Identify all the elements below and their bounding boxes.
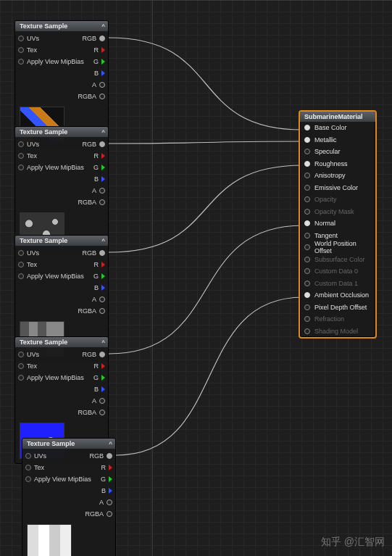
collapse-icon[interactable]: ^ — [101, 23, 105, 30]
output-pin-r[interactable] — [101, 262, 105, 267]
input-pin-tex[interactable] — [18, 153, 24, 159]
output-pin-a[interactable] — [99, 398, 105, 404]
result-input-pin[interactable] — [304, 316, 310, 322]
node-header[interactable]: Texture Sample ^ — [22, 439, 115, 449]
wire[interactable] — [109, 38, 303, 130]
output-pin-rgb[interactable] — [99, 36, 105, 41]
result-input-pin[interactable] — [304, 304, 310, 310]
result-pin-row[interactable]: Custom Data 0 — [300, 265, 375, 278]
output-pin-g[interactable] — [101, 273, 105, 279]
result-input-pin[interactable] — [304, 149, 310, 154]
result-input-pin[interactable] — [304, 244, 310, 250]
material-result-node[interactable]: SubmarineMaterial Base Color Metallic Sp… — [299, 110, 377, 339]
output-pin-b[interactable] — [101, 176, 105, 182]
output-pin-rgb[interactable] — [99, 250, 105, 256]
texture-sample-node[interactable]: Texture Sample ^ UVs RGB Tex R Apply Vie… — [22, 438, 116, 556]
result-input-pin[interactable] — [304, 161, 310, 167]
input-pin-uvs[interactable] — [18, 141, 24, 147]
node-header[interactable]: Texture Sample ^ — [15, 21, 108, 31]
result-pin-row[interactable]: Normal — [300, 217, 375, 230]
result-input-pin[interactable] — [304, 268, 310, 274]
output-pin-r[interactable] — [101, 153, 105, 159]
result-pin-row[interactable]: Refraction — [300, 313, 375, 325]
collapse-icon[interactable]: ^ — [109, 441, 112, 447]
result-pin-row[interactable]: Specular — [300, 146, 375, 158]
result-input-pin[interactable] — [304, 233, 310, 238]
result-node-title[interactable]: SubmarineMaterial — [300, 112, 375, 122]
result-pin-row[interactable]: Opacity — [300, 194, 375, 206]
result-input-pin[interactable] — [304, 196, 310, 202]
result-input-pin[interactable] — [304, 125, 310, 130]
output-pin-r[interactable] — [101, 47, 105, 53]
output-pin-g[interactable] — [109, 476, 112, 482]
output-pin-g[interactable] — [101, 375, 105, 381]
output-pin-a[interactable] — [99, 188, 105, 194]
result-pin-row[interactable]: Shading Model — [300, 325, 375, 338]
input-pin-tex[interactable] — [18, 262, 24, 267]
result-input-pin[interactable] — [304, 281, 310, 286]
result-pin-row[interactable]: Base Color — [300, 122, 375, 134]
wire[interactable] — [116, 297, 303, 455]
output-pin-a[interactable] — [99, 82, 105, 88]
wire[interactable] — [109, 165, 303, 252]
input-pin-mip[interactable] — [25, 476, 31, 482]
result-input-pin[interactable] — [304, 185, 310, 191]
output-pin-b[interactable] — [101, 285, 105, 291]
result-pin-row[interactable]: Roughness — [300, 158, 375, 170]
result-pin-row[interactable]: Metallic — [300, 134, 375, 146]
output-pin-g[interactable] — [101, 165, 105, 170]
input-pin-tex[interactable] — [18, 47, 24, 53]
result-pin-row[interactable]: Anisotropy — [300, 170, 375, 182]
result-pin-row[interactable]: Emissive Color — [300, 182, 375, 194]
input-pin-uvs[interactable] — [25, 453, 31, 459]
output-pin-r[interactable] — [101, 363, 105, 369]
result-input-pin[interactable] — [304, 257, 310, 262]
output-pin-rgba[interactable] — [107, 511, 112, 517]
result-input-pin[interactable] — [304, 209, 310, 215]
wire[interactable] — [109, 225, 303, 354]
result-pin-row[interactable]: Custom Data 1 — [300, 278, 375, 290]
output-pin-rgba[interactable] — [99, 308, 105, 314]
result-pin-row[interactable]: Subsurface Color — [300, 254, 375, 266]
output-pin-rgb[interactable] — [99, 141, 105, 147]
texture-preview[interactable] — [27, 524, 72, 556]
wire[interactable] — [109, 141, 303, 144]
result-input-pin[interactable] — [304, 137, 310, 143]
node-header[interactable]: Texture Sample ^ — [15, 127, 108, 137]
input-pin-mip[interactable] — [18, 59, 24, 65]
result-input-pin[interactable] — [304, 328, 310, 334]
input-pin-mip[interactable] — [18, 273, 24, 279]
result-input-pin[interactable] — [304, 292, 310, 298]
output-label: G — [93, 58, 99, 65]
output-pin-b[interactable] — [101, 70, 105, 76]
result-input-pin[interactable] — [304, 173, 310, 178]
output-pin-a[interactable] — [99, 296, 105, 302]
output-pin-g[interactable] — [101, 59, 105, 65]
output-pin-b[interactable] — [101, 386, 105, 392]
result-pin-row[interactable]: Opacity Mask — [300, 206, 375, 218]
node-header[interactable]: Texture Sample ^ — [15, 337, 108, 347]
collapse-icon[interactable]: ^ — [101, 129, 105, 136]
output-pin-rgba[interactable] — [99, 410, 105, 415]
input-pin-tex[interactable] — [18, 363, 24, 369]
output-pin-rgb[interactable] — [99, 352, 105, 357]
result-pin-row[interactable]: World Position Offset — [300, 241, 375, 254]
input-pin-uvs[interactable] — [18, 36, 24, 41]
output-pin-rgba[interactable] — [99, 199, 105, 205]
output-pin-r[interactable] — [109, 465, 112, 470]
output-pin-rgb[interactable] — [107, 453, 112, 459]
output-pin-b[interactable] — [109, 488, 112, 494]
result-pin-row[interactable]: Pixel Depth Offset — [300, 302, 375, 314]
result-pin-row[interactable]: Ambient Occlusion — [300, 289, 375, 302]
result-input-pin[interactable] — [304, 220, 310, 226]
input-pin-tex[interactable] — [25, 465, 31, 470]
output-pin-a[interactable] — [107, 499, 112, 505]
node-header[interactable]: Texture Sample ^ — [15, 236, 108, 246]
collapse-icon[interactable]: ^ — [101, 339, 105, 346]
output-pin-rgba[interactable] — [99, 94, 105, 99]
input-pin-uvs[interactable] — [18, 250, 24, 256]
input-pin-mip[interactable] — [18, 165, 24, 170]
input-pin-uvs[interactable] — [18, 352, 24, 357]
collapse-icon[interactable]: ^ — [101, 238, 105, 244]
input-pin-mip[interactable] — [18, 375, 24, 381]
